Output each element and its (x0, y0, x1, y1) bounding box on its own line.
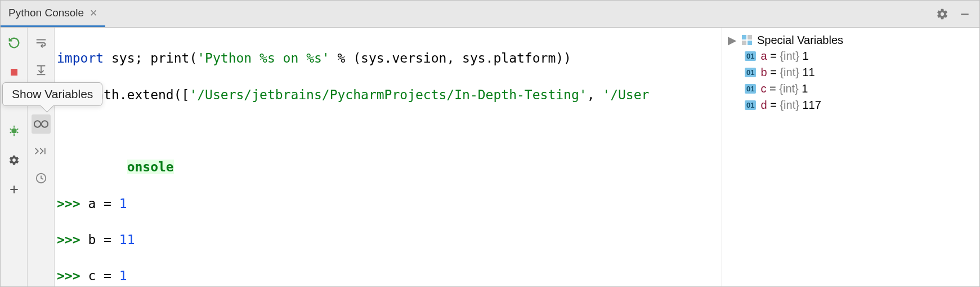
var-name: a (760, 50, 767, 62)
show-variables-button[interactable] (32, 114, 51, 134)
var-name: d (760, 99, 767, 111)
vars-group-icon (741, 34, 753, 46)
svg-rect-22 (742, 41, 746, 45)
int-badge-icon: 01 (745, 84, 756, 94)
code-text: '/User (602, 87, 649, 102)
eq: = (766, 82, 779, 95)
minimize-icon[interactable] (957, 6, 973, 22)
stop-button[interactable] (5, 63, 24, 82)
svg-point-16 (41, 121, 47, 127)
var-type: {int} (780, 99, 799, 111)
tab-title: Python Console (8, 7, 84, 19)
code-text: 1 (119, 196, 127, 211)
var-name: c (760, 82, 766, 95)
new-console-button[interactable] (5, 180, 24, 199)
secondary-toolbar (28, 28, 55, 286)
svg-rect-21 (748, 35, 752, 39)
code-text: 'Python %s on %s' (197, 51, 329, 65)
header-bar: Python Console ✕ (1, 1, 979, 28)
soft-wrap-button[interactable] (32, 33, 51, 52)
eq: = (767, 66, 780, 78)
code-text: 11 (119, 232, 135, 247)
var-value: 1 (802, 50, 808, 62)
debug-button[interactable] (5, 121, 24, 140)
code-text: a = (80, 196, 119, 211)
variable-row[interactable]: 01 d = {int} 117 (726, 97, 976, 113)
history-button[interactable] (32, 169, 51, 188)
var-value: 1 (802, 82, 808, 95)
prompt: >>> (57, 268, 80, 283)
int-badge-icon: 01 (745, 100, 756, 110)
var-type: {int} (779, 82, 798, 95)
svg-line-7 (10, 132, 11, 133)
svg-line-6 (16, 129, 18, 130)
tab-python-console[interactable]: Python Console ✕ (1, 1, 105, 27)
variable-row[interactable]: 01 b = {int} 11 (726, 64, 976, 81)
code-text: c = (80, 268, 119, 283)
code-text: , (587, 87, 603, 102)
svg-rect-20 (742, 35, 746, 39)
var-value: 11 (802, 66, 815, 78)
gear-icon[interactable] (934, 6, 950, 22)
console-output[interactable]: import sys; print('Python %s on %s' % (s… (55, 28, 722, 286)
svg-rect-1 (11, 69, 17, 76)
eq: = (767, 99, 780, 111)
code-text: % (sys.version, sys.platform)) (330, 51, 571, 65)
special-variables-label: Special Variables (757, 34, 843, 47)
special-variables-row[interactable]: ▶ Special Variables (726, 32, 976, 48)
var-name: b (760, 66, 767, 78)
variable-row[interactable]: 01 c = {int} 1 (726, 81, 976, 97)
var-type: {int} (780, 66, 799, 78)
int-badge-icon: 01 (745, 68, 756, 77)
code-text: import (57, 51, 104, 65)
prompt: >>> (57, 232, 80, 247)
svg-point-2 (11, 128, 16, 133)
prompt: >>> (57, 196, 80, 211)
scroll-to-end-button[interactable] (32, 60, 51, 80)
svg-rect-0 (961, 14, 968, 15)
execute-selection-button[interactable] (32, 142, 51, 161)
close-icon[interactable]: ✕ (90, 7, 97, 19)
svg-line-8 (16, 132, 18, 133)
rerun-button[interactable] (5, 33, 24, 52)
header-actions (934, 1, 979, 27)
code-text: 1 (119, 268, 127, 283)
code-text: b = (80, 232, 119, 247)
var-type: {int} (780, 50, 799, 62)
body: import sys; print('Python %s on %s' % (s… (1, 28, 979, 286)
chevron-right-icon: ▶ (728, 33, 737, 47)
var-value: 117 (802, 99, 821, 111)
variable-row[interactable]: 01 a = {int} 1 (726, 48, 976, 64)
tooltip-text: Show Variables (12, 87, 93, 100)
code-text: sys; print( (104, 51, 197, 65)
code-text: '/Users/jetbrains/PycharmProjects/In-Dep… (189, 87, 587, 102)
settings-button[interactable] (5, 151, 24, 170)
eq: = (767, 50, 780, 62)
tooltip: Show Variables (2, 82, 102, 106)
variables-panel: ▶ Special Variables 01 a = {int} 1 01 b … (722, 28, 979, 286)
svg-rect-23 (748, 41, 752, 45)
primary-toolbar (1, 28, 28, 286)
svg-point-15 (34, 121, 40, 127)
int-badge-icon: 01 (745, 51, 756, 61)
svg-line-5 (10, 129, 11, 130)
code-label: onsole (127, 160, 174, 174)
